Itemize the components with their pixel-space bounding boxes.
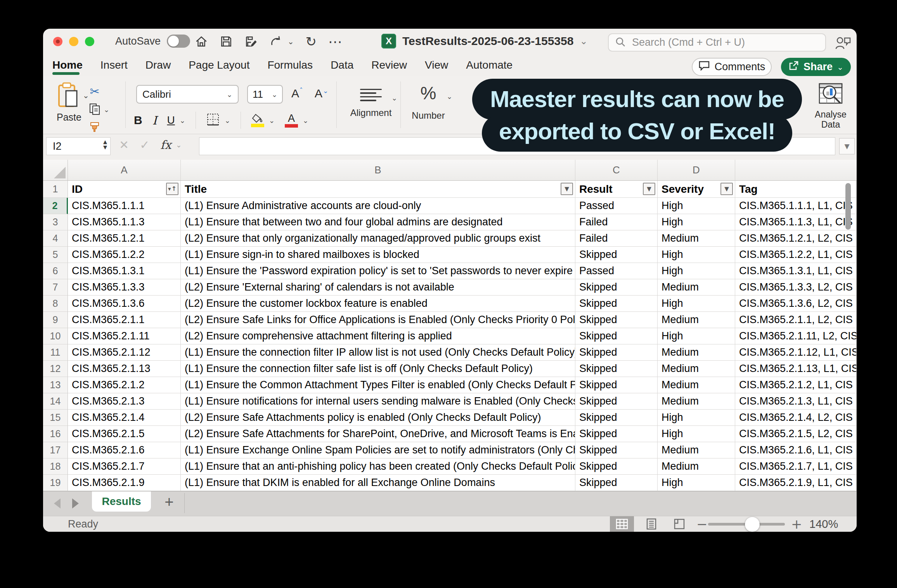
fill-color-button[interactable] <box>251 114 264 127</box>
row-header[interactable]: 3 <box>43 214 68 230</box>
cell-tag[interactable]: CIS.M365.2.1.1, L2, CIS E5 <box>735 312 857 328</box>
cell-tag[interactable]: CIS.M365.1.3.6, L2, CIS E5 <box>735 296 857 312</box>
font-size-select[interactable]: 11 ⌄ <box>247 85 283 104</box>
share-button[interactable]: Share ⌄ <box>781 58 851 76</box>
cell-result[interactable]: Skipped <box>575 393 658 410</box>
cell-title[interactable]: (L1) Ensure Exchange Online Spam Policie… <box>181 442 575 458</box>
cell-severity[interactable]: High <box>658 198 735 214</box>
cell-severity[interactable]: Medium <box>658 230 735 247</box>
tab-insert[interactable]: Insert <box>100 59 128 71</box>
copy-icon[interactable]: ⌄ <box>88 102 101 116</box>
confirm-entry-icon[interactable]: ✓ <box>140 138 149 152</box>
cell-result[interactable]: Passed <box>575 263 658 279</box>
cell-id[interactable]: CIS.M365.2.1.3 <box>68 393 181 410</box>
close-window-button[interactable] <box>53 37 62 46</box>
cell-result[interactable]: Skipped <box>575 475 658 491</box>
cell-severity[interactable]: Medium <box>658 377 735 393</box>
grow-font-button[interactable]: Aˆ <box>291 87 303 100</box>
header-cell-title[interactable]: Title ▼ <box>181 181 575 198</box>
cell-severity[interactable]: High <box>658 296 735 312</box>
copy-menu-chevron-icon[interactable]: ⌄ <box>104 105 109 114</box>
document-title[interactable]: X TestResults-2025-06-23-155358 ⌄ <box>381 34 587 48</box>
zoom-window-button[interactable] <box>85 37 94 46</box>
row-header[interactable]: 12 <box>43 361 68 377</box>
row-header[interactable]: 19 <box>43 475 68 491</box>
cell-id[interactable]: CIS.M365.2.1.5 <box>68 426 181 442</box>
cell-severity[interactable]: Medium <box>658 458 735 475</box>
cell-severity[interactable]: High <box>658 214 735 230</box>
shrink-font-button[interactable]: A⌄ <box>315 87 328 100</box>
zoom-slider[interactable] <box>708 523 785 526</box>
cell-tag[interactable]: CIS.M365.1.3.3, L2, CIS E3 <box>735 279 857 296</box>
cell-title[interactable]: (L2) Ensure the customer lockbox feature… <box>181 296 575 312</box>
cell-id[interactable]: CIS.M365.1.1.1 <box>68 198 181 214</box>
cell-result[interactable]: Failed <box>575 230 658 247</box>
filter-button-title[interactable]: ▼ <box>561 183 573 195</box>
cell-result[interactable]: Skipped <box>575 344 658 361</box>
name-box-spinner[interactable]: ▲▼ <box>103 139 107 150</box>
row-header[interactable]: 9 <box>43 312 68 328</box>
cell-tag[interactable]: CIS.M365.2.1.5, L2, CIS E5 <box>735 426 857 442</box>
save-icon[interactable] <box>218 34 234 49</box>
cell-id[interactable]: CIS.M365.1.3.6 <box>68 296 181 312</box>
undo-menu-chevron-icon[interactable]: ⌄ <box>287 37 294 46</box>
cell-title[interactable]: (L1) Ensure notifications for internal u… <box>181 393 575 410</box>
comments-button[interactable]: Comments <box>692 58 772 76</box>
cell-id[interactable]: CIS.M365.1.2.2 <box>68 247 181 263</box>
cell-id[interactable]: CIS.M365.2.1.7 <box>68 458 181 475</box>
cell-title[interactable]: (L2) Ensure 'External sharing' of calend… <box>181 279 575 296</box>
cancel-entry-icon[interactable]: ✕ <box>119 138 129 152</box>
font-name-select[interactable]: Calibri ⌄ <box>136 85 239 104</box>
paste-button[interactable] <box>57 82 81 107</box>
cell-id[interactable]: CIS.M365.2.1.9 <box>68 475 181 491</box>
tab-home[interactable]: Home <box>52 59 83 71</box>
row-header[interactable]: 13 <box>43 377 68 393</box>
previous-sheet-icon[interactable] <box>54 498 61 508</box>
cell-id[interactable]: CIS.M365.2.1.6 <box>68 442 181 458</box>
tab-data[interactable]: Data <box>331 59 353 71</box>
font-color-button[interactable]: A <box>285 113 298 128</box>
cell-tag[interactable]: CIS.M365.2.1.12, L1, CIS <box>735 344 857 361</box>
row-header[interactable]: 11 <box>43 344 68 361</box>
cell-result[interactable]: Skipped <box>575 458 658 475</box>
header-cell-id[interactable]: ID ▾↑ <box>68 181 181 198</box>
cell-id[interactable]: CIS.M365.1.3.1 <box>68 263 181 279</box>
search-bar[interactable] <box>608 33 826 52</box>
row-header[interactable]: 14 <box>43 393 68 410</box>
zoom-slider-thumb[interactable] <box>745 517 760 532</box>
column-header-b[interactable]: B <box>181 160 575 180</box>
cell-title[interactable]: (L2) Ensure Safe Attachments for SharePo… <box>181 426 575 442</box>
save-as-icon[interactable] <box>243 34 259 49</box>
cell-title[interactable]: (L1) Ensure the Common Attachment Types … <box>181 377 575 393</box>
cell-title[interactable]: (L1) Ensure that DKIM is enabled for all… <box>181 475 575 491</box>
column-header-c[interactable]: C <box>575 160 658 180</box>
row-header[interactable]: 16 <box>43 426 68 442</box>
cell-tag[interactable]: CIS.M365.1.3.1, L1, CIS E3 <box>735 263 857 279</box>
italic-button[interactable]: I <box>152 114 157 127</box>
select-all-corner[interactable] <box>43 160 68 180</box>
redo-icon[interactable]: ↻ <box>303 34 319 49</box>
insert-function-icon[interactable]: fx <box>160 138 171 152</box>
cell-id[interactable]: CIS.M365.1.3.3 <box>68 279 181 296</box>
cell-result[interactable]: Skipped <box>575 442 658 458</box>
cell-severity[interactable]: High <box>658 426 735 442</box>
share-presence-icon[interactable] <box>835 35 852 50</box>
format-painter-icon[interactable] <box>88 120 101 133</box>
row-header[interactable]: 1 <box>43 181 68 198</box>
vertical-scrollbar[interactable] <box>845 183 851 230</box>
cell-severity[interactable]: Medium <box>658 442 735 458</box>
cell-result[interactable]: Passed <box>575 198 658 214</box>
row-header[interactable]: 6 <box>43 263 68 279</box>
cell-severity[interactable]: High <box>658 263 735 279</box>
cell-severity[interactable]: Medium <box>658 393 735 410</box>
fx-chevron-icon[interactable]: ⌄ <box>176 141 182 149</box>
cell-id[interactable]: CIS.M365.2.1.4 <box>68 410 181 426</box>
cell-id[interactable]: CIS.M365.2.1.2 <box>68 377 181 393</box>
cell-result[interactable]: Skipped <box>575 312 658 328</box>
cell-id[interactable]: CIS.M365.1.2.1 <box>68 230 181 247</box>
cell-severity[interactable]: High <box>658 247 735 263</box>
cell-title[interactable]: (L2) Ensure Safe Links for Office Applic… <box>181 312 575 328</box>
tab-page-layout[interactable]: Page Layout <box>189 59 249 71</box>
page-break-view-button[interactable] <box>668 516 690 532</box>
cell-id[interactable]: CIS.M365.2.1.13 <box>68 361 181 377</box>
